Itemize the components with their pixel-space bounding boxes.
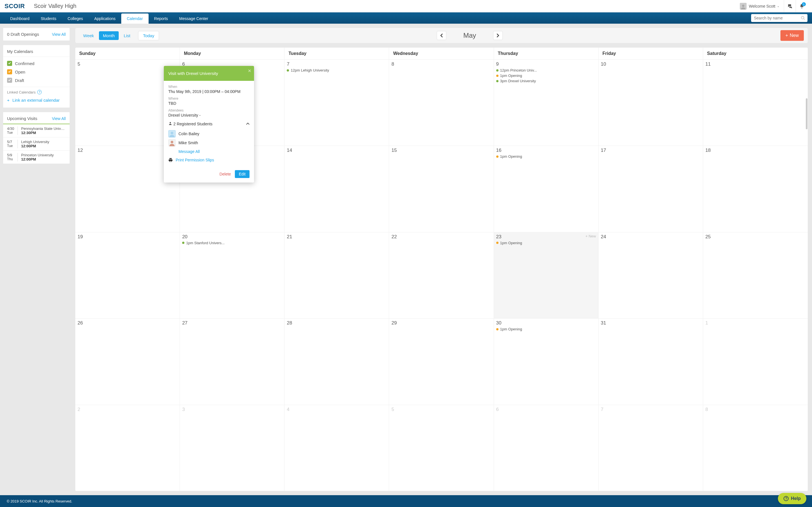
calendar-cell[interactable]: 14 xyxy=(285,146,389,232)
calendar-cell[interactable]: 3 xyxy=(180,405,285,491)
calendar-filter-draft[interactable]: Draft xyxy=(3,76,70,84)
upcoming-view-all-link[interactable]: View All xyxy=(52,116,66,121)
calendar-cell[interactable]: 15 xyxy=(389,146,494,232)
plus-icon: + xyxy=(785,33,788,38)
calendar-event[interactable]: 1pm Stanford Univers... xyxy=(182,241,282,245)
draft-view-all-link[interactable]: View All xyxy=(52,32,66,37)
upcoming-visit-item[interactable]: 4/30TuePennsylvania State University (..… xyxy=(3,124,70,137)
person-icon xyxy=(168,121,173,126)
day-header: Sunday xyxy=(75,48,180,59)
message-all-link[interactable]: Message All xyxy=(179,149,250,154)
nav-students[interactable]: Students xyxy=(35,13,62,24)
notifications-icon[interactable]: 1 xyxy=(796,0,808,12)
calendar-cell[interactable]: 5 xyxy=(389,405,494,491)
user-menu[interactable]: Welcome Scott ⌄ xyxy=(740,3,779,10)
nav-colleges[interactable]: Colleges xyxy=(62,13,89,24)
calendar-cell[interactable]: 161pm Opening xyxy=(494,146,599,232)
calendar-cell[interactable]: 24 xyxy=(599,232,703,318)
when-value: Thu May 9th, 2019 | 03:00PM – 04:00PM xyxy=(168,89,250,94)
calendar-cell[interactable]: 1 xyxy=(703,319,808,404)
calendar-cell[interactable]: 6 xyxy=(494,405,599,491)
close-icon[interactable]: × xyxy=(248,68,251,74)
registered-students-toggle[interactable]: 2 Registered Students xyxy=(168,121,250,128)
next-month-button[interactable] xyxy=(493,31,503,40)
calendar-cell[interactable]: 301pm Opening xyxy=(494,319,599,404)
calendar-cell[interactable]: 21 xyxy=(285,232,389,318)
checkbox-icon xyxy=(7,78,12,83)
calendar-cell[interactable]: 8 xyxy=(389,60,494,146)
new-button[interactable]: + New xyxy=(780,30,804,41)
app-header: SCOIR Scoir Valley High Welcome Scott ⌄ … xyxy=(0,0,812,12)
upcoming-visit-item[interactable]: 5/9ThuPrinceton University12:00PM xyxy=(3,151,70,164)
calendar-cell[interactable]: 25 xyxy=(703,232,808,318)
student-avatar xyxy=(168,139,175,147)
messages-icon[interactable] xyxy=(784,0,796,12)
search-input[interactable] xyxy=(751,14,808,22)
month-label: May xyxy=(463,32,476,40)
question-icon: ? xyxy=(783,496,789,501)
calendar-cell[interactable]: 29 xyxy=(389,319,494,404)
nav-applications[interactable]: Applications xyxy=(89,13,121,24)
student-item[interactable]: Mike Smith xyxy=(168,139,250,147)
calendar-filter-confirmed[interactable]: Confirmed xyxy=(3,59,70,68)
calendar-cell[interactable]: 27 xyxy=(180,319,285,404)
calendar-filter-open[interactable]: Open xyxy=(3,68,70,76)
svg-point-1 xyxy=(170,122,171,123)
calendar-cell[interactable]: 712pm Lehigh University xyxy=(285,60,389,146)
nav-dashboard[interactable]: Dashboard xyxy=(4,13,35,24)
calendar-cell[interactable]: 201pm Stanford Univers... xyxy=(180,232,285,318)
cell-add-new[interactable]: + New xyxy=(585,234,596,238)
print-icon xyxy=(168,158,173,162)
calendar-cell[interactable]: 17 xyxy=(599,146,703,232)
calendar-cell[interactable]: 10 xyxy=(599,60,703,146)
calendar-cell[interactable]: 31 xyxy=(599,319,703,404)
link-external-calendar[interactable]: + Link an external calendar xyxy=(3,96,70,104)
notification-badge: 1 xyxy=(802,2,806,6)
view-tab-week[interactable]: Week xyxy=(79,31,98,40)
delete-link[interactable]: Delete xyxy=(219,172,231,176)
event-popover: Visit with Drexel University × When Thu … xyxy=(164,66,254,182)
calendar-cell[interactable]: 2 xyxy=(75,405,180,491)
calendar-cell[interactable]: 8 xyxy=(703,405,808,491)
calendar-cell[interactable]: 22 xyxy=(389,232,494,318)
chevron-down-icon: ⌄ xyxy=(777,4,779,8)
help-button[interactable]: ? Help xyxy=(778,493,806,504)
calendar-cell[interactable]: 11 xyxy=(703,60,808,146)
edit-button[interactable]: Edit xyxy=(235,170,250,178)
avatar-icon xyxy=(740,3,747,10)
when-label: When xyxy=(168,85,250,89)
nav-message-center[interactable]: Message Center xyxy=(174,13,214,24)
calendar-event[interactable]: 1pm Opening xyxy=(496,73,596,78)
logo: SCOIR xyxy=(4,3,25,10)
print-permission-link[interactable]: Print Permission Slips xyxy=(168,158,250,162)
prev-month-button[interactable] xyxy=(437,31,446,40)
attendees-label: Attendees xyxy=(168,108,250,112)
help-icon[interactable]: ? xyxy=(37,90,42,94)
nav-reports[interactable]: Reports xyxy=(149,13,174,24)
linked-calendars-label: Linked Calendars ? xyxy=(3,87,70,96)
calendar-cell[interactable]: 912pm Princeton Univ...1pm Opening3pm Dr… xyxy=(494,60,599,146)
calendar-cell[interactable]: 7 xyxy=(599,405,703,491)
calendar-cell[interactable]: 18 xyxy=(703,146,808,232)
calendar-event[interactable]: 12pm Princeton Univ... xyxy=(496,68,596,72)
upcoming-visit-item[interactable]: 5/7TueLehigh University12:00PM xyxy=(3,137,70,151)
calendar-event[interactable]: 3pm Drexel University xyxy=(496,79,596,83)
where-label: Where xyxy=(168,97,250,101)
calendar-cell[interactable]: 28 xyxy=(285,319,389,404)
calendar-cell[interactable]: 23+ New1pm Opening xyxy=(494,232,599,318)
today-button[interactable]: Today xyxy=(138,31,159,40)
calendar-cell[interactable]: 4 xyxy=(285,405,389,491)
search-icon xyxy=(801,16,805,20)
calendar-event[interactable]: 1pm Opening xyxy=(496,154,596,159)
view-tab-list[interactable]: List xyxy=(120,31,134,40)
scrollbar[interactable] xyxy=(806,98,808,129)
calendar-event[interactable]: 1pm Opening xyxy=(496,327,596,331)
nav-calendar[interactable]: Calendar xyxy=(121,13,149,24)
footer: © 2019 SCOIR Inc. All Rights Reserved. xyxy=(0,495,812,507)
student-item[interactable]: Colin Bailey xyxy=(168,130,250,137)
calendar-event[interactable]: 12pm Lehigh University xyxy=(287,68,387,72)
calendar-event[interactable]: 1pm Opening xyxy=(496,241,596,245)
view-tab-month[interactable]: Month xyxy=(99,31,119,40)
calendar-cell[interactable]: 19 xyxy=(75,232,180,318)
calendar-cell[interactable]: 26 xyxy=(75,319,180,404)
